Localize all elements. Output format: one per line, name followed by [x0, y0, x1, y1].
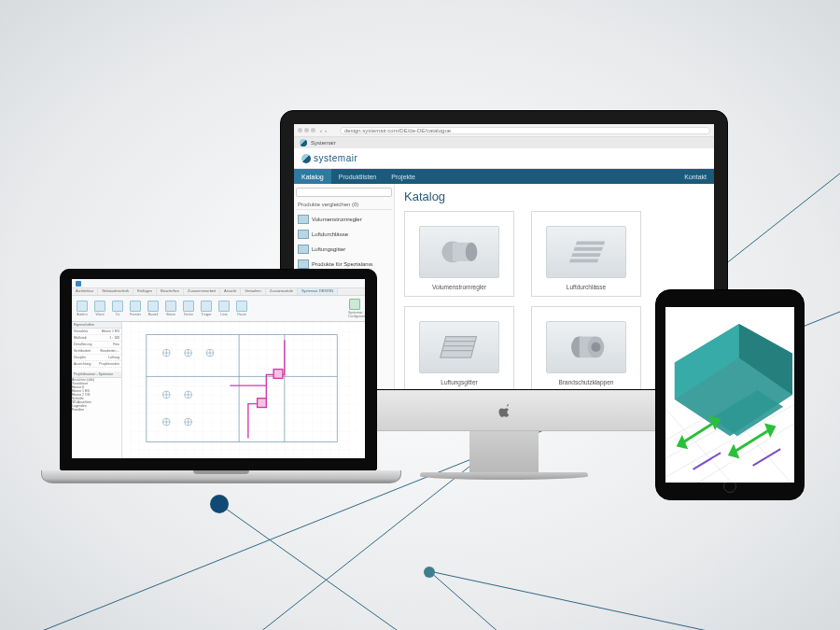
svg-rect-13	[568, 259, 598, 263]
bim-3d-view	[665, 307, 794, 483]
tablet-screen-content[interactable]	[665, 307, 794, 483]
svg-line-3	[429, 571, 812, 630]
ribbon-tab[interactable]: Gebäudetechnik	[98, 288, 133, 295]
ribbon-tab-active[interactable]: Systemair DESIGN	[298, 288, 338, 295]
favicon-icon	[300, 139, 307, 147]
property-row[interactable]: Maßstab1 : 100	[72, 335, 121, 342]
ribbon-tool[interactable]: Bauteil	[147, 301, 160, 316]
ribbon-toolbar: Ändern Wand Tür Fenster Bauteil Stütze D…	[72, 296, 365, 322]
ribbon-tab[interactable]: Beschriften	[157, 288, 184, 295]
properties-header: Eigenschaften	[72, 322, 121, 329]
ribbon-tool[interactable]: Systemair Configurator	[348, 299, 361, 318]
product-thumb-icon	[298, 230, 309, 239]
property-row[interactable]: AusrichtungProjektnorden	[72, 361, 121, 368]
nav-tab-katalog[interactable]: Katalog	[294, 169, 331, 184]
product-card[interactable]: Volumenstromregler	[404, 211, 514, 297]
ribbon-tool[interactable]: Ändern	[76, 301, 89, 316]
browser-tabstrip: Systemair	[294, 137, 714, 148]
svg-rect-25	[130, 322, 357, 458]
tablet	[655, 289, 805, 500]
laptop-screen-bezel: Architektur Gebäudetechnik Einfügen Besc…	[60, 269, 377, 470]
ribbon-tabstrip: Architektur Gebäudetechnik Einfügen Besc…	[72, 288, 365, 296]
floorplan-drawing	[122, 322, 365, 458]
primary-nav: Katalog Produktlisten Projekte Kontakt	[294, 169, 714, 184]
ribbon-tool[interactable]: Fenster	[129, 301, 142, 316]
product-label: Luftdurchlässe	[567, 284, 606, 290]
product-card[interactable]: Luftdurchlässe	[531, 211, 641, 297]
ribbon-tool[interactable]: Tür	[111, 301, 124, 316]
property-row[interactable]: DetaillierungFein	[72, 342, 121, 348]
ribbon-tab[interactable]: Einfügen	[133, 288, 157, 295]
sidebar-search-input[interactable]	[296, 188, 392, 197]
svg-rect-11	[573, 247, 603, 251]
tool-icon	[236, 301, 247, 312]
floorplan-canvas[interactable]	[122, 322, 365, 458]
ribbon-tab[interactable]: Verwalten	[241, 288, 266, 295]
svg-rect-31	[258, 399, 267, 408]
property-row[interactable]: GrundrissEbene 1 EG	[72, 329, 121, 335]
svg-point-6	[424, 567, 435, 578]
nav-tab-projekte[interactable]: Projekte	[384, 169, 423, 184]
ribbon-tab[interactable]: Zusatzmodule	[266, 288, 298, 295]
svg-rect-10	[575, 242, 605, 245]
laptop: Architektur Gebäudetechnik Einfügen Besc…	[41, 269, 396, 508]
ribbon-tool[interactable]: Raum	[235, 301, 248, 316]
property-row[interactable]: DisziplinLüftung	[72, 355, 121, 361]
ribbon-tab[interactable]: Ansicht	[220, 288, 241, 295]
brand-wordmark: systemair	[314, 153, 357, 163]
ribbon-tool[interactable]: Linie	[217, 301, 231, 316]
tool-icon	[77, 301, 88, 312]
tree-node[interactable]: Familien	[72, 408, 121, 412]
tool-icon	[94, 301, 105, 312]
svg-rect-12	[571, 253, 601, 257]
nav-tab-kontakt[interactable]: Kontakt	[677, 169, 714, 184]
ribbon-tab[interactable]: Zusammenarbeit	[184, 288, 220, 295]
brand-logo[interactable]: systemair	[301, 153, 357, 163]
product-thumb-icon	[298, 245, 309, 254]
product-thumb-icon	[298, 215, 309, 224]
product-thumb	[546, 226, 626, 278]
product-label: Luftungsgitter	[441, 379, 477, 385]
nav-fwd-icon[interactable]: ›	[325, 128, 327, 133]
project-browser-header: Projektbrowser - Systemair	[72, 371, 121, 378]
laptop-base	[41, 470, 401, 483]
site-header: systemair	[294, 148, 714, 169]
product-label: Brandschutzklappen	[559, 379, 614, 385]
tool-icon	[165, 301, 176, 312]
product-card[interactable]: Luftungsgitter	[404, 306, 514, 389]
product-card[interactable]: Brandschutzklappen	[531, 306, 641, 389]
tool-icon	[147, 301, 159, 312]
tool-icon	[349, 299, 360, 310]
ribbon-tool[interactable]: Wand	[93, 301, 106, 316]
browser-tab[interactable]: Systemair	[311, 140, 336, 146]
compare-products[interactable]: Produkte vergleichen (0)	[296, 200, 392, 210]
page-title: Katalog	[404, 189, 705, 203]
svg-point-9	[465, 243, 477, 261]
property-row[interactable]: SichtbarkeitBearbeiten…	[72, 348, 121, 355]
tool-icon	[201, 301, 212, 312]
properties-panel: Eigenschaften GrundrissEbene 1 EG Maßsta…	[72, 322, 122, 458]
ribbon-tool[interactable]: Decke	[182, 301, 195, 316]
address-bar[interactable]: design.systemair.com/DE/de-DE/catalogue	[340, 127, 710, 134]
svg-line-4	[429, 571, 523, 630]
sidebar-item[interactable]: Volumenstromregler	[296, 212, 392, 227]
nav-tab-produktlisten[interactable]: Produktlisten	[331, 169, 384, 184]
brand-logo-icon	[301, 154, 311, 163]
laptop-screen-content: Architektur Gebäudetechnik Einfügen Besc…	[72, 279, 365, 458]
tool-icon	[183, 301, 194, 312]
browser-toolbar: ‹ › design.systemair.com/DE/de-DE/catalo…	[294, 124, 714, 137]
svg-line-2	[219, 504, 429, 630]
sidebar-item[interactable]: Luftungsgitter	[296, 242, 392, 257]
desktop-stand	[469, 431, 539, 472]
nav-back-icon[interactable]: ‹	[320, 128, 322, 133]
ribbon-tab[interactable]: Architektur	[72, 288, 98, 295]
ribbon-tool[interactable]: Treppe	[200, 301, 213, 316]
sidebar-item[interactable]: Luftdurchlässe	[296, 227, 392, 242]
desktop-stand-base	[420, 472, 588, 480]
product-label: Volumenstromregler	[432, 284, 486, 290]
svg-rect-30	[273, 370, 283, 379]
product-thumb-icon	[298, 259, 309, 269]
ribbon-tool[interactable]: Stütze	[164, 301, 177, 316]
tool-icon	[218, 301, 230, 312]
svg-rect-14	[440, 337, 476, 358]
